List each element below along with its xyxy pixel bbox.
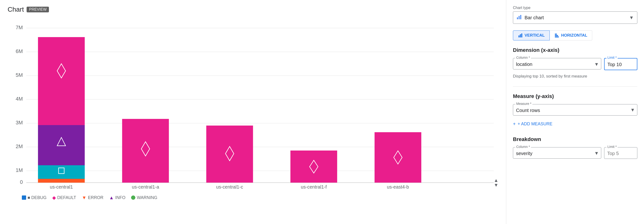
legend-icon-error: ▼ (82, 195, 87, 200)
svg-rect-33 (374, 132, 421, 183)
breakdown-section: Breakdown Column * severity ▼ Limit * (513, 136, 637, 159)
legend-label-error: ERROR (88, 195, 103, 200)
legend-color-warning (131, 195, 135, 200)
svg-rect-38 (520, 15, 521, 19)
measure-section: Measure (y-axis) Measure * Count rows ▼ … (513, 93, 637, 129)
dimension-limit-input[interactable] (604, 58, 637, 70)
legend-label-debug: ■ DEBUG (28, 195, 46, 200)
vertical-label: VERTICAL (524, 33, 545, 38)
svg-text:0: 0 (20, 179, 23, 185)
dimension-column-label: Column * (515, 56, 531, 60)
legend-icon-default: ◆ (52, 195, 56, 200)
scroll-down-button[interactable]: ▼ (494, 183, 498, 187)
dimension-limit-label: Limit * (606, 56, 618, 60)
legend-icon-info: ▲ (109, 195, 114, 200)
scroll-up-button[interactable]: ▲ (494, 178, 498, 183)
measure-select[interactable]: Count rows (513, 104, 637, 116)
svg-rect-16 (38, 179, 85, 183)
legend-label-default: DEFAULT (57, 195, 76, 200)
breakdown-limit-input[interactable] (604, 147, 637, 159)
measure-label: Measure * (515, 102, 532, 106)
chart-type-label: Chart type (513, 6, 637, 10)
dimension-title: Dimension (x-axis) (513, 47, 637, 53)
chart-type-section: Chart type Bar chart ▼ (513, 6, 637, 24)
svg-rect-17 (38, 165, 85, 179)
legend-color-debug (22, 195, 26, 200)
breakdown-column-label: Column * (515, 145, 531, 149)
svg-text:6M: 6M (16, 48, 23, 54)
svg-rect-40 (520, 34, 521, 37)
svg-text:us-central1-f: us-central1-f (301, 184, 327, 189)
svg-text:us-east4-b: us-east4-b (387, 184, 409, 189)
chart-type-value: Bar chart (524, 15, 627, 21)
svg-rect-18 (38, 125, 85, 165)
svg-text:us-central1-c: us-central1-c (216, 184, 243, 189)
add-measure-button[interactable]: + + ADD MEASURE (513, 119, 552, 129)
svg-text:5M: 5M (16, 72, 23, 78)
svg-rect-41 (521, 34, 522, 38)
divider (513, 86, 637, 87)
svg-text:us-central1: us-central1 (50, 184, 73, 189)
svg-text:7M: 7M (16, 25, 23, 31)
svg-rect-36 (517, 17, 518, 19)
dimension-helper-text: Displaying top 10, sorted by first measu… (513, 74, 637, 79)
breakdown-limit-label: Limit * (606, 145, 618, 149)
breakdown-limit-wrapper: Limit * (604, 147, 637, 159)
svg-rect-42 (555, 34, 557, 35)
chart-container: 0 1M 2M 3M 4M 5M 6M 7M (8, 21, 498, 206)
vertical-orientation-button[interactable]: VERTICAL (513, 31, 550, 41)
horizontal-orientation-button[interactable]: HORIZONTAL (550, 31, 592, 41)
measure-title: Measure (y-axis) (513, 93, 637, 99)
legend-default: ◆ DEFAULT (52, 195, 76, 200)
svg-rect-37 (518, 16, 520, 19)
svg-rect-27 (206, 126, 253, 183)
breakdown-column-wrapper: Column * severity ▼ (513, 147, 601, 159)
dimension-limit-wrapper: Limit * (604, 58, 637, 70)
legend-label-warning: WARNING (137, 195, 157, 200)
dimension-section: Dimension (x-axis) Column * location ▼ L… (513, 47, 637, 79)
chart-type-select-wrapper[interactable]: Bar chart ▼ (513, 12, 637, 24)
svg-text:3M: 3M (16, 120, 23, 126)
legend-area: ■ DEBUG ◆ DEFAULT ▼ ERROR ▲ INFO WARNING (8, 195, 498, 200)
svg-rect-43 (555, 35, 558, 36)
svg-rect-19 (38, 37, 85, 125)
breakdown-title: Breakdown (513, 136, 637, 142)
measure-wrapper: Measure * Count rows ▼ (513, 104, 637, 116)
svg-text:us-central1-a: us-central1-a (132, 184, 159, 189)
svg-text:4M: 4M (16, 96, 23, 102)
orientation-buttons: VERTICAL HORIZONTAL (513, 31, 637, 41)
svg-rect-30 (290, 150, 337, 183)
legend-warning: WARNING (131, 195, 157, 200)
preview-badge: PREVIEW (26, 7, 49, 12)
legend-error: ▼ ERROR (82, 195, 104, 200)
legend-debug: ■ DEBUG (22, 195, 46, 200)
svg-text:2M: 2M (16, 143, 23, 149)
chart-svg: 0 1M 2M 3M 4M 5M 6M 7M (8, 21, 498, 192)
add-measure-label: + ADD MEASURE (518, 122, 552, 126)
svg-rect-24 (122, 119, 169, 183)
legend-info: ▲ INFO (109, 195, 126, 200)
chart-title: Chart (8, 6, 24, 13)
right-panel: Chart type Bar chart ▼ (506, 0, 644, 224)
dimension-column-select[interactable]: location (513, 58, 601, 69)
svg-text:1M: 1M (16, 167, 23, 173)
bar-chart-icon (516, 14, 522, 21)
dimension-column-wrapper: Column * location ▼ (513, 58, 601, 70)
svg-rect-44 (555, 36, 559, 37)
svg-rect-39 (518, 36, 520, 37)
chart-type-dropdown-icon: ▼ (629, 15, 634, 21)
chart-area: Chart PREVIEW 0 1M 2M 3M 4M 5M (0, 0, 506, 224)
add-measure-plus-icon: + (513, 121, 516, 127)
horizontal-label: HORIZONTAL (561, 33, 587, 38)
legend-label-info: INFO (115, 195, 126, 200)
breakdown-column-select[interactable]: severity (513, 147, 601, 159)
